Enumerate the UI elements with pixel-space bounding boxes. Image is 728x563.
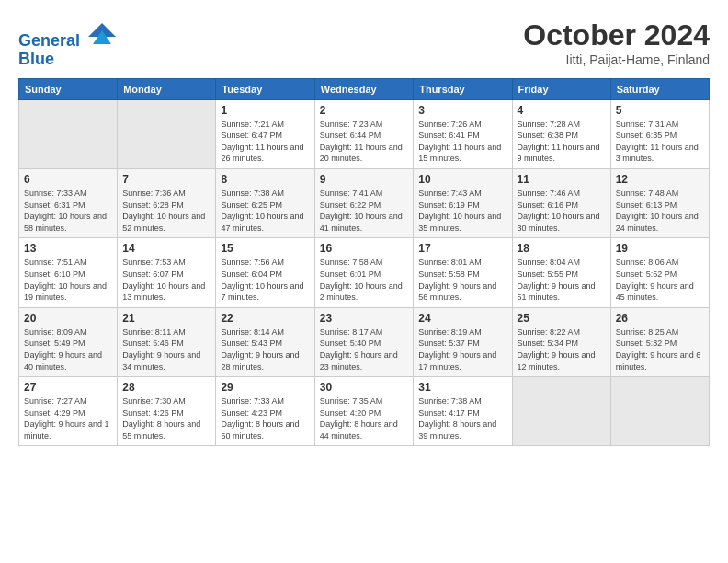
day-detail: Sunrise: 7:51 AM Sunset: 6:10 PM Dayligh… [24, 257, 112, 303]
calendar-cell: 24Sunrise: 8:19 AM Sunset: 5:37 PM Dayli… [414, 307, 512, 376]
day-number: 8 [221, 173, 309, 186]
day-number: 24 [418, 312, 506, 325]
day-number: 13 [24, 242, 112, 255]
calendar-cell: 6Sunrise: 7:33 AM Sunset: 6:31 PM Daylig… [19, 168, 118, 237]
calendar-cell: 9Sunrise: 7:41 AM Sunset: 6:22 PM Daylig… [314, 168, 414, 237]
day-number: 20 [24, 312, 112, 325]
day-detail: Sunrise: 7:31 AM Sunset: 6:35 PM Dayligh… [616, 119, 704, 165]
calendar-cell: 28Sunrise: 7:30 AM Sunset: 4:26 PM Dayli… [118, 377, 216, 446]
day-detail: Sunrise: 7:48 AM Sunset: 6:13 PM Dayligh… [616, 188, 704, 234]
calendar-cell: 17Sunrise: 8:01 AM Sunset: 5:58 PM Dayli… [414, 238, 512, 307]
day-number: 11 [518, 173, 606, 186]
col-friday: Friday [512, 78, 610, 99]
week-row-2: 6Sunrise: 7:33 AM Sunset: 6:31 PM Daylig… [19, 168, 710, 237]
calendar-cell: 15Sunrise: 7:56 AM Sunset: 6:04 PM Dayli… [216, 238, 314, 307]
day-number: 4 [518, 104, 606, 117]
day-number: 23 [320, 312, 409, 325]
day-number: 18 [518, 242, 606, 255]
calendar-cell: 31Sunrise: 7:38 AM Sunset: 4:17 PM Dayli… [414, 377, 512, 446]
day-detail: Sunrise: 7:27 AM Sunset: 4:29 PM Dayligh… [24, 396, 112, 442]
calendar-cell: 4Sunrise: 7:28 AM Sunset: 6:38 PM Daylig… [512, 99, 610, 168]
calendar-cell [610, 377, 709, 446]
logo: General Blue [18, 18, 116, 69]
logo-general: General [18, 31, 80, 50]
col-wednesday: Wednesday [314, 78, 414, 99]
day-detail: Sunrise: 7:38 AM Sunset: 6:25 PM Dayligh… [221, 188, 309, 234]
day-detail: Sunrise: 8:14 AM Sunset: 5:43 PM Dayligh… [221, 327, 309, 373]
day-detail: Sunrise: 8:19 AM Sunset: 5:37 PM Dayligh… [418, 327, 506, 373]
calendar-cell: 14Sunrise: 7:53 AM Sunset: 6:07 PM Dayli… [118, 238, 216, 307]
calendar-cell: 29Sunrise: 7:33 AM Sunset: 4:23 PM Dayli… [216, 377, 314, 446]
day-detail: Sunrise: 7:46 AM Sunset: 6:16 PM Dayligh… [518, 188, 606, 234]
calendar-table: Sunday Monday Tuesday Wednesday Thursday… [18, 78, 710, 447]
calendar-cell: 22Sunrise: 8:14 AM Sunset: 5:43 PM Dayli… [216, 307, 314, 376]
logo-blue: Blue [18, 50, 54, 68]
week-row-1: 1Sunrise: 7:21 AM Sunset: 6:47 PM Daylig… [19, 99, 710, 168]
calendar-cell: 8Sunrise: 7:38 AM Sunset: 6:25 PM Daylig… [216, 168, 314, 237]
day-number: 28 [122, 381, 210, 394]
day-detail: Sunrise: 8:11 AM Sunset: 5:46 PM Dayligh… [122, 327, 210, 373]
day-number: 31 [418, 381, 506, 394]
day-detail: Sunrise: 8:25 AM Sunset: 5:32 PM Dayligh… [616, 327, 704, 373]
calendar-cell [512, 377, 610, 446]
day-detail: Sunrise: 7:21 AM Sunset: 6:47 PM Dayligh… [221, 119, 309, 165]
calendar-cell: 30Sunrise: 7:35 AM Sunset: 4:20 PM Dayli… [314, 377, 414, 446]
location: Iitti, Paijat-Hame, Finland [523, 52, 710, 67]
calendar-cell: 18Sunrise: 8:04 AM Sunset: 5:55 PM Dayli… [512, 238, 610, 307]
day-number: 6 [24, 173, 112, 186]
day-number: 17 [418, 242, 506, 255]
day-detail: Sunrise: 8:01 AM Sunset: 5:58 PM Dayligh… [418, 257, 506, 303]
day-number: 10 [418, 173, 506, 186]
calendar-cell: 3Sunrise: 7:26 AM Sunset: 6:41 PM Daylig… [414, 99, 512, 168]
week-row-5: 27Sunrise: 7:27 AM Sunset: 4:29 PM Dayli… [19, 377, 710, 446]
day-number: 21 [122, 312, 210, 325]
day-detail: Sunrise: 7:26 AM Sunset: 6:41 PM Dayligh… [418, 119, 506, 165]
col-sunday: Sunday [19, 78, 118, 99]
day-detail: Sunrise: 7:36 AM Sunset: 6:28 PM Dayligh… [122, 188, 210, 234]
calendar-cell: 2Sunrise: 7:23 AM Sunset: 6:44 PM Daylig… [314, 99, 414, 168]
calendar-cell: 26Sunrise: 8:25 AM Sunset: 5:32 PM Dayli… [610, 307, 709, 376]
calendar-cell: 7Sunrise: 7:36 AM Sunset: 6:28 PM Daylig… [118, 168, 216, 237]
day-number: 1 [221, 104, 309, 117]
calendar-cell: 25Sunrise: 8:22 AM Sunset: 5:34 PM Dayli… [512, 307, 610, 376]
calendar-cell: 11Sunrise: 7:46 AM Sunset: 6:16 PM Dayli… [512, 168, 610, 237]
header-row: Sunday Monday Tuesday Wednesday Thursday… [19, 78, 710, 99]
logo-icon [88, 18, 116, 46]
day-detail: Sunrise: 8:04 AM Sunset: 5:55 PM Dayligh… [518, 257, 606, 303]
week-row-3: 13Sunrise: 7:51 AM Sunset: 6:10 PM Dayli… [19, 238, 710, 307]
day-number: 14 [122, 242, 210, 255]
page-header: General Blue October 2024 Iitti, Paijat-… [18, 18, 710, 69]
calendar-cell: 10Sunrise: 7:43 AM Sunset: 6:19 PM Dayli… [414, 168, 512, 237]
week-row-4: 20Sunrise: 8:09 AM Sunset: 5:49 PM Dayli… [19, 307, 710, 376]
calendar-cell: 21Sunrise: 8:11 AM Sunset: 5:46 PM Dayli… [118, 307, 216, 376]
title-block: October 2024 Iitti, Paijat-Hame, Finland [523, 18, 710, 67]
calendar-cell: 20Sunrise: 8:09 AM Sunset: 5:49 PM Dayli… [19, 307, 118, 376]
col-monday: Monday [118, 78, 216, 99]
day-detail: Sunrise: 7:23 AM Sunset: 6:44 PM Dayligh… [320, 119, 409, 165]
calendar-cell: 1Sunrise: 7:21 AM Sunset: 6:47 PM Daylig… [216, 99, 314, 168]
calendar-body: 1Sunrise: 7:21 AM Sunset: 6:47 PM Daylig… [19, 99, 710, 446]
col-saturday: Saturday [610, 78, 709, 99]
day-number: 3 [418, 104, 506, 117]
calendar-cell: 16Sunrise: 7:58 AM Sunset: 6:01 PM Dayli… [314, 238, 414, 307]
day-number: 29 [221, 381, 309, 394]
day-detail: Sunrise: 7:58 AM Sunset: 6:01 PM Dayligh… [320, 257, 409, 303]
day-detail: Sunrise: 7:56 AM Sunset: 6:04 PM Dayligh… [221, 257, 309, 303]
day-detail: Sunrise: 7:53 AM Sunset: 6:07 PM Dayligh… [122, 257, 210, 303]
calendar-cell: 13Sunrise: 7:51 AM Sunset: 6:10 PM Dayli… [19, 238, 118, 307]
day-detail: Sunrise: 7:38 AM Sunset: 4:17 PM Dayligh… [418, 396, 506, 442]
calendar-header: Sunday Monday Tuesday Wednesday Thursday… [19, 78, 710, 99]
day-number: 25 [518, 312, 606, 325]
day-detail: Sunrise: 8:22 AM Sunset: 5:34 PM Dayligh… [518, 327, 606, 373]
day-number: 16 [320, 242, 409, 255]
day-detail: Sunrise: 7:33 AM Sunset: 6:31 PM Dayligh… [24, 188, 112, 234]
calendar-cell: 19Sunrise: 8:06 AM Sunset: 5:52 PM Dayli… [610, 238, 709, 307]
col-thursday: Thursday [414, 78, 512, 99]
day-detail: Sunrise: 7:35 AM Sunset: 4:20 PM Dayligh… [320, 396, 409, 442]
day-detail: Sunrise: 7:43 AM Sunset: 6:19 PM Dayligh… [418, 188, 506, 234]
day-number: 19 [616, 242, 704, 255]
month-title: October 2024 [523, 18, 710, 52]
day-number: 26 [616, 312, 704, 325]
day-number: 12 [616, 173, 704, 186]
calendar-cell [118, 99, 216, 168]
